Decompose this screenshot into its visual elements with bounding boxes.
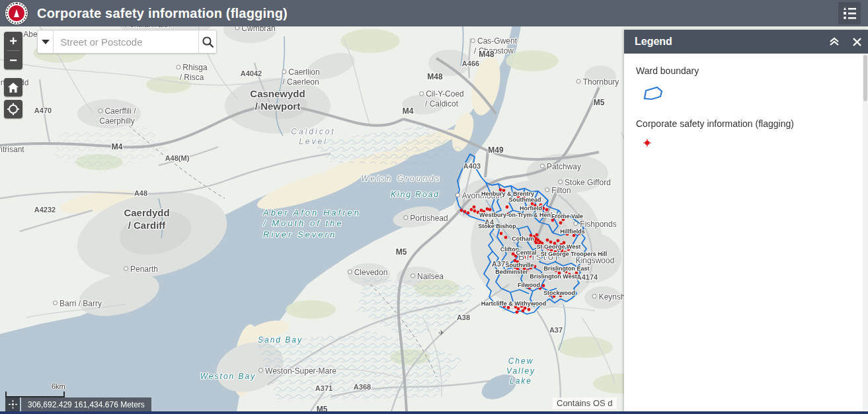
- close-panel-button[interactable]: [846, 30, 868, 54]
- map-label: Central: [516, 249, 536, 257]
- zoom-control: + −: [4, 32, 22, 69]
- legend-item-label: Corporate safety information (flagging): [636, 118, 868, 129]
- map-label: Brislington East: [543, 265, 589, 272]
- map-label: Hartcliffe & Withywood: [481, 300, 546, 308]
- map-label: Barri / Barry: [53, 299, 102, 309]
- map-label: Cas-Gwent / Chepstow: [471, 36, 517, 56]
- app-window: ✈ Casnewydd / NewportCaerdydd / CardiffB…: [0, 0, 868, 414]
- map-label: Weston-Super-Mare: [258, 366, 336, 376]
- panel-scrollbar[interactable]: [863, 54, 868, 414]
- zoom-out-button[interactable]: −: [4, 51, 22, 69]
- map-label: A470: [34, 106, 52, 116]
- legend-item-label: Ward boundary: [636, 65, 868, 76]
- home-button[interactable]: [4, 78, 22, 97]
- map-label: A4232: [34, 206, 56, 215]
- map-label: Casnewydd / Newport: [250, 88, 305, 113]
- map-label: Rhisga / Risca: [176, 63, 207, 83]
- map-label: A48(M): [165, 154, 190, 163]
- search-button[interactable]: [198, 30, 216, 53]
- double-chevron-up-icon: [829, 37, 840, 46]
- search-widget: [37, 30, 217, 54]
- map-label: Caldicot Level: [291, 127, 335, 147]
- map-label: Welsh Grounds: [361, 174, 441, 184]
- map-label: A371: [315, 384, 333, 393]
- map-label: Southville: [505, 262, 533, 269]
- map-label: Penarth: [124, 265, 158, 274]
- crosshair-icon[interactable]: [5, 397, 20, 411]
- map-label: Brislington West: [530, 273, 576, 280]
- coordinates-readout: 306,692.429 161,434.676 Meters: [21, 397, 151, 411]
- collapse-panel-button[interactable]: [823, 30, 846, 54]
- my-location-button[interactable]: [4, 100, 22, 118]
- flag-point-symbol: [643, 138, 868, 150]
- map-label: Clifton: [500, 246, 520, 253]
- map-label: A4174: [576, 273, 598, 282]
- map-label: A4: [485, 218, 494, 228]
- map-label: Caerdydd / Cardiff: [124, 207, 169, 232]
- map-label: Filwood: [518, 282, 540, 289]
- layer-list-icon: [842, 6, 857, 21]
- map-label: M49: [488, 145, 503, 155]
- map-attribution: Contains OS d: [553, 397, 617, 409]
- ward-boundary-symbol: [643, 85, 868, 104]
- map-label: Kingswood: [576, 256, 615, 266]
- zoom-in-button[interactable]: +: [4, 32, 22, 50]
- scale-label: 6km: [52, 382, 65, 390]
- map-label: M5: [594, 98, 605, 108]
- map-label: Bedminster: [495, 269, 528, 276]
- legend-panel-header: Legend: [624, 30, 868, 54]
- map-label: M4: [403, 106, 414, 116]
- map-label: Caerffili / Caerphilly: [98, 106, 136, 126]
- map-label: Weston Bay: [200, 372, 256, 382]
- chevron-down-icon: [42, 40, 50, 44]
- bottom-strip: [0, 411, 868, 414]
- map-label: Southmead: [508, 196, 541, 204]
- coordinate-bar: 306,692.429 161,434.676 Meters: [5, 397, 151, 411]
- scale-bar: [5, 392, 65, 397]
- map-label: Sand Bay: [258, 335, 303, 345]
- map-label: A48: [134, 189, 147, 198]
- map-label: A368: [354, 383, 371, 392]
- map-label: Frome Vale: [551, 213, 583, 220]
- legend-body: Ward boundary Corporate safety informati…: [624, 54, 868, 150]
- map-label: A370: [492, 260, 509, 269]
- legend-list-button[interactable]: [838, 2, 861, 24]
- map-label: Portishead: [403, 214, 448, 224]
- map-label: A38: [457, 313, 470, 323]
- map-label: Patchway: [540, 162, 581, 172]
- legend-title: Legend: [635, 36, 823, 48]
- close-icon: [853, 38, 861, 46]
- map-label: A466: [462, 60, 479, 69]
- bristol-city-council-logo: [5, 2, 28, 24]
- map-label: Stoke Gifford: [558, 178, 611, 188]
- map-label: Abe: [23, 30, 37, 40]
- map-label: St George Troopers Hill: [541, 251, 608, 258]
- map-label: King Road: [391, 190, 440, 200]
- map-label: Fishponds: [573, 220, 616, 229]
- map-label: Stockwood: [543, 290, 575, 297]
- locate-icon: [7, 103, 19, 115]
- map-label: Caerllion / Caerleon: [282, 67, 319, 87]
- map-label: Clevedon: [348, 268, 388, 278]
- map-label: Cil-Y-Coed / Caldicot: [419, 89, 464, 109]
- map-label: Nailsea: [411, 272, 444, 282]
- map-label: Cotham: [512, 235, 534, 243]
- app-header: Corporate safety information (flagging): [0, 0, 868, 26]
- page-title: Corporate safety information (flagging): [37, 6, 288, 21]
- map-label: M4: [112, 142, 123, 152]
- search-input[interactable]: [54, 30, 198, 53]
- search-source-dropdown[interactable]: [38, 30, 54, 53]
- map-label: M48: [427, 72, 442, 82]
- map-label: M48: [479, 50, 494, 60]
- map-label: Aber Afon Hafren / Mouth of the River Se…: [263, 208, 361, 240]
- map-label: Chew Valley Lake: [506, 356, 535, 386]
- home-icon: [8, 83, 19, 93]
- map-label: A403: [463, 162, 481, 171]
- map-label: Thornbury: [576, 77, 619, 87]
- map-label: Hillfields: [560, 228, 585, 235]
- map-label: ntrisant: [0, 145, 24, 155]
- map-label: Horfield: [520, 205, 542, 212]
- legend-panel: Legend Ward boundary Corpor: [624, 30, 868, 414]
- map-label: Westbury-on-Trym & Henleaze: [479, 212, 565, 219]
- map-label: Stoke Bishop: [478, 223, 516, 230]
